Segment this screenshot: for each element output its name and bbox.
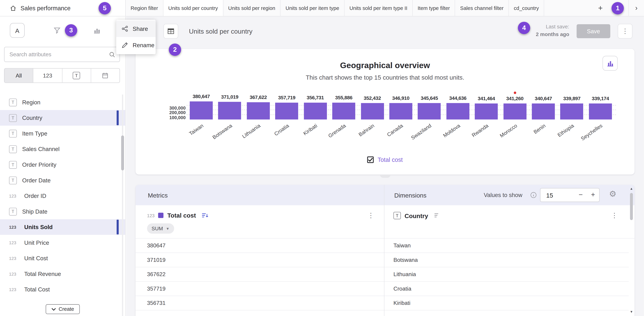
bar-group: 356,731Kiribati [304, 95, 327, 119]
dimension-cell-value: Botswana [394, 257, 418, 263]
add-tab-button[interactable]: + [592, 0, 610, 16]
column-chart-icon [606, 59, 614, 67]
attributes-tab[interactable]: A [10, 23, 25, 38]
values-to-show-input[interactable] [540, 192, 562, 198]
card-resize-handle[interactable] [380, 174, 390, 178]
sort-icon[interactable] [201, 212, 208, 218]
annotation-badge-1: 1 [612, 2, 624, 14]
chart-type-button[interactable] [602, 56, 618, 71]
increment-button[interactable]: + [587, 188, 599, 202]
bar-rwanda[interactable] [475, 103, 498, 120]
tab-cd-country[interactable]: cd_country [509, 0, 544, 16]
bar-group: 339,174Seychelles [589, 96, 612, 120]
number-attribute-icon: 123 [9, 287, 19, 292]
save-button[interactable]: Save [576, 24, 610, 38]
attribute-region[interactable]: TRegion [0, 94, 125, 110]
attribute-ship-date[interactable]: TShip Date [0, 204, 125, 219]
attribute-unit-cost[interactable]: 123Unit Cost [0, 250, 125, 266]
attribute-list: TRegionTCountryTItem TypeTSales ChannelT… [0, 94, 125, 297]
bar-value-label: 341,464 [478, 96, 495, 101]
number-attribute-icon: 123 [9, 256, 19, 260]
bar-value-label: 339,897 [563, 96, 580, 102]
bar-kiribati[interactable] [304, 102, 327, 120]
check-icon [368, 158, 373, 162]
attribute-unit-price[interactable]: 123Unit Price [0, 235, 125, 250]
menu-item-share[interactable]: Share [116, 20, 156, 37]
attribute-total-revenue[interactable]: 123Total Revenue [0, 266, 125, 282]
scrollbar-thumb[interactable] [630, 193, 633, 220]
attribute-item-type[interactable]: TItem Type [0, 126, 125, 141]
search-icon[interactable] [109, 51, 116, 58]
bar-grenada[interactable] [332, 103, 355, 120]
attribute-label: Region [22, 99, 40, 106]
scrollbar-thumb[interactable] [121, 136, 124, 170]
bar-swaziland[interactable] [418, 103, 441, 120]
tab-region-filter[interactable]: Region filter [126, 0, 163, 16]
bar-value-label: 380,647 [192, 94, 210, 100]
bar-morocco[interactable] [504, 104, 526, 120]
tab-units-sold-per-region[interactable]: Units sold per region [223, 0, 280, 16]
canvas-type-button[interactable] [164, 24, 178, 39]
attribute-label: Order ID [24, 192, 46, 199]
create-attribute-button[interactable]: Create [46, 304, 80, 314]
dimension-menu-button[interactable]: ⋮ [611, 212, 618, 219]
attribute-units-sold[interactable]: 123Units Sold [0, 219, 125, 235]
metric-menu-button[interactable]: ⋮ [368, 212, 374, 219]
number-type-icon: 123 [147, 213, 154, 218]
scroll-up-icon[interactable]: ▲ [629, 186, 634, 191]
bar-value-label: 345,645 [420, 96, 438, 101]
attribute-label: Unit Price [24, 239, 49, 246]
home-icon[interactable] [10, 5, 16, 11]
tab-units-sold-per-item-type-ii[interactable]: Units sold per item type II [344, 0, 412, 16]
bar-croatia[interactable] [275, 102, 298, 120]
metrics-header: Metrics [148, 185, 168, 206]
legend-label[interactable]: Total cost [378, 156, 403, 163]
attribute-sales-channel[interactable]: TSales Channel [0, 141, 125, 157]
bar-bahrain[interactable] [361, 103, 384, 119]
series-color-swatch[interactable] [158, 213, 164, 218]
attribute-total-cost[interactable]: 123Total Cost [0, 282, 125, 297]
attribute-order-id[interactable]: 123Order ID [0, 188, 125, 204]
canvas-menu-button[interactable]: ⋮ [618, 24, 632, 39]
bar-ethiopia[interactable] [560, 104, 583, 120]
annotation-badge-4: 4 [518, 22, 530, 34]
bar-lithuania[interactable] [247, 102, 270, 120]
info-icon[interactable] [530, 192, 537, 200]
workbook-title[interactable]: Sales performance [20, 5, 70, 11]
tab-item-type-filter[interactable]: Item type filter [413, 0, 455, 16]
tab-units-sold-per-item-type[interactable]: Units sold per item type [280, 0, 344, 16]
canvas-title[interactable]: Units sold per country [189, 28, 252, 35]
bar-taiwan[interactable] [190, 102, 213, 120]
search-input[interactable] [10, 52, 109, 58]
bar-moldova[interactable] [446, 103, 470, 120]
attribute-label: Sales Channel [22, 146, 60, 152]
type-filter-123[interactable]: 123 [34, 69, 62, 82]
dimension-name[interactable]: Country [404, 212, 428, 219]
scroll-down-icon[interactable]: ▼ [629, 310, 634, 314]
charts-tab[interactable] [90, 23, 104, 38]
attribute-country[interactable]: TCountry [0, 110, 125, 126]
type-filter-all[interactable]: All [4, 69, 34, 82]
tab-sales-channel-filter[interactable]: Sales channel filter [455, 0, 509, 16]
sort-icon[interactable] [434, 213, 441, 218]
bar-canada[interactable] [389, 103, 412, 120]
attribute-order-priority[interactable]: TOrder Priority [0, 157, 125, 172]
metric-name[interactable]: Total cost [167, 212, 196, 219]
legend-checkbox[interactable] [367, 156, 374, 163]
bar-seychelles[interactable] [589, 104, 612, 120]
type-filter-date[interactable] [91, 69, 120, 82]
bar-botswana[interactable] [218, 102, 241, 120]
menu-item-rename[interactable]: Rename [116, 37, 156, 53]
attribute-order-date[interactable]: TOrder Date [0, 172, 125, 188]
gear-icon[interactable]: ⚙ [609, 190, 616, 198]
bar-benin[interactable] [532, 104, 555, 120]
table-row: 356731Kiribati [136, 296, 629, 310]
type-filter-t[interactable]: T [62, 69, 91, 82]
dimensions-header: Dimensions [394, 185, 426, 206]
filters-tab[interactable] [50, 23, 64, 38]
dimension-cell-value: Lithuania [394, 271, 416, 277]
decrement-button[interactable]: − [574, 188, 587, 202]
next-tabs-button[interactable]: › [628, 0, 644, 16]
aggregation-dropdown[interactable]: SUM ▼ [147, 223, 174, 234]
tab-units-sold-per-country[interactable]: Units sold per country [163, 0, 223, 16]
